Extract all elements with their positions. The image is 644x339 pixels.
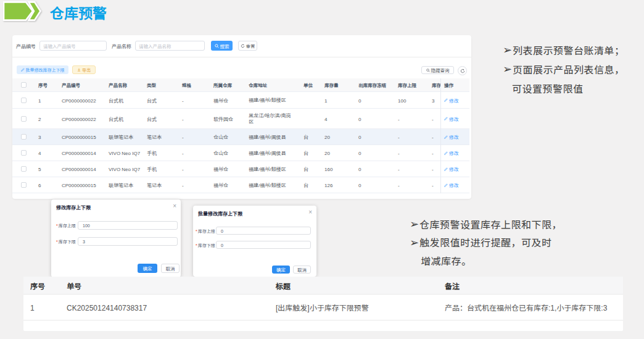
modal-title: 批量修改库存上下限 xyxy=(198,210,242,217)
upper-limit-value: 0 xyxy=(221,228,223,234)
product-code-placeholder: 请输入产品编号 xyxy=(43,43,76,49)
row-checkbox[interactable] xyxy=(21,166,27,172)
edit-link-label: 修改 xyxy=(449,165,458,172)
action-cell: 修改 xyxy=(441,129,469,145)
cell-type: 台式 xyxy=(141,92,176,109)
table-row[interactable]: 6CP0000000015联想笔记本笔记本-福州仓福建/福州/鼓楼区台1260-… xyxy=(12,177,464,193)
col-name: 产品名称 xyxy=(102,78,141,92)
product-code-label: 产品编号 xyxy=(16,43,36,49)
upper-limit-input[interactable]: 0 xyxy=(216,227,311,235)
refresh-button[interactable] xyxy=(458,66,467,75)
confirm-button[interactable]: 确定 xyxy=(138,264,157,273)
select-all-cell xyxy=(12,78,32,92)
edit-link[interactable]: 修改 xyxy=(444,115,458,122)
row-select-cell xyxy=(12,145,32,161)
edit-icon xyxy=(444,183,448,187)
product-name-input[interactable]: 请输入产品名称 xyxy=(135,41,205,51)
page-title: 仓库预警 xyxy=(50,2,107,23)
row-checkbox[interactable] xyxy=(21,150,27,156)
action-cell: 修改 xyxy=(441,177,469,193)
table-header-row: 序号 产品编号 产品名称 类型 规格 所属仓库 仓库地址 单位 库存量 出库库存… xyxy=(12,78,464,92)
search-field-product-name: 产品名称 xyxy=(112,41,131,51)
search-icon xyxy=(426,69,430,72)
edit-link-label: 修改 xyxy=(449,97,458,104)
note-line: ➢ 仓库预警设置库存上限和下限， xyxy=(410,215,562,233)
lower-limit-input[interactable]: 3 xyxy=(78,237,178,246)
cancel-button[interactable]: 取消 xyxy=(161,264,180,273)
hide-query-button[interactable]: 隐藏查询 xyxy=(421,66,454,74)
close-icon[interactable]: × xyxy=(308,209,312,215)
batch-edit-button[interactable]: 批量修改库存上下限 xyxy=(17,65,68,74)
row-checkbox[interactable] xyxy=(21,182,27,188)
col-code: 产品编号 xyxy=(56,78,102,92)
cell-spec: - xyxy=(176,145,207,161)
table-row[interactable]: 4CP0000000014VIVO Neo IQ7手机-仓山仓福建/福州/闽侯县… xyxy=(12,145,464,161)
cell-upper: - xyxy=(392,129,426,145)
col-upper: 库存上限 xyxy=(392,78,426,92)
cell-code: CP0000000022 xyxy=(56,109,102,129)
close-icon[interactable]: × xyxy=(173,203,176,209)
edit-link[interactable]: 修改 xyxy=(444,133,458,140)
col-stock: 库存量 xyxy=(318,78,352,92)
modal-title: 修改库存上下限 xyxy=(56,204,91,211)
col-type: 类型 xyxy=(141,78,176,92)
required-asterisk: * xyxy=(196,242,197,248)
notes-bottom: ➢ 仓库预警设置库存上限和下限， ➢ 触发限值时进行提醒，可及时 增减库存。 xyxy=(410,215,562,270)
row-checkbox[interactable] xyxy=(21,134,27,140)
app-card: 产品编号 请输入产品编号 产品名称 请输入产品名称 搜索 重置 批量修改库存上下… xyxy=(12,35,471,199)
select-all-checkbox[interactable] xyxy=(21,82,27,88)
edit-link-label: 修改 xyxy=(449,149,458,156)
cancel-button[interactable]: 取消 xyxy=(293,266,311,274)
edit-limits-modal: 修改库存上下限 × * 库存上限 100 * 库存下限 3 确定 取消 xyxy=(51,199,181,277)
edit-link[interactable]: 修改 xyxy=(444,165,458,172)
product-name-label: 产品名称 xyxy=(112,43,131,49)
note-text: 页面展示产品列表信息， xyxy=(513,62,625,77)
col-address: 仓库地址 xyxy=(242,78,297,92)
note-line: 增减库存。 xyxy=(410,251,562,270)
table-row[interactable]: 1CP0000000022台式机台式-福州仓福建/福州/鼓楼区101003 xyxy=(12,92,464,109)
lower-limit-input[interactable]: 0 xyxy=(216,241,311,249)
search-field-product-code: 产品编号 xyxy=(16,41,36,51)
export-button[interactable]: 导出 xyxy=(72,65,96,74)
table-row[interactable]: 5CP0000000014VIVO Neo IQ7手机-福州仓福建/福州/鼓楼区… xyxy=(12,161,464,177)
confirm-button[interactable]: 确定 xyxy=(272,266,290,274)
col-no: 序号 xyxy=(23,277,60,294)
note-text: 触发限值时进行提醒，可及时 xyxy=(419,235,552,249)
cell-warehouse: 福州仓 xyxy=(207,92,242,109)
cell-address: 福建/福州/鼓楼区 xyxy=(242,177,297,193)
cell-code: CP0000000015 xyxy=(56,129,102,145)
cell-unit: 台 xyxy=(297,145,318,161)
row-checkbox[interactable] xyxy=(21,98,27,103)
edit-icon xyxy=(21,68,25,72)
cell-type: 台式 xyxy=(141,109,176,129)
upper-limit-input[interactable]: 100 xyxy=(78,221,178,230)
alert-row[interactable]: 1 CK20250124140738317 [出库触发]小于库存下限预警 产品：… xyxy=(23,295,623,320)
cell-warehouse: 福州仓 xyxy=(207,177,242,193)
cell-stock: 20 xyxy=(318,145,352,161)
cell-name: 台式机 xyxy=(102,92,141,109)
col-unit: 单位 xyxy=(297,78,318,92)
cell-no: 3 xyxy=(32,129,56,145)
edit-link-label: 修改 xyxy=(449,182,458,188)
reset-button[interactable]: 重置 xyxy=(238,41,257,51)
arrow-bullet-icon: ➢ xyxy=(410,217,418,230)
alert-order-no: CK20250124140738317 xyxy=(60,295,269,320)
edit-link[interactable]: 修改 xyxy=(444,97,458,104)
cell-address: 福建/福州/闽侯县 xyxy=(242,129,297,145)
edit-link-label: 修改 xyxy=(449,133,458,140)
search-button[interactable]: 搜索 xyxy=(211,41,233,51)
table-row[interactable]: 3CP0000000015联想笔记本笔记本-仓山仓福建/福州/闽侯县台200-- xyxy=(12,129,464,145)
edit-link[interactable]: 修改 xyxy=(444,149,458,156)
row-checkbox[interactable] xyxy=(21,116,27,122)
cell-code: CP0000000014 xyxy=(56,145,102,161)
required-asterisk: * xyxy=(56,238,58,245)
edit-link[interactable]: 修改 xyxy=(444,182,458,188)
cell-type: 手机 xyxy=(141,145,176,161)
table-row[interactable]: 2CP0000000022台式机台式-软件园仓黑龙江/哈尔滨/南岗区40-- xyxy=(12,109,464,129)
cell-stock: 4 xyxy=(318,109,352,129)
product-code-input[interactable]: 请输入产品编号 xyxy=(39,41,107,51)
cell-no: 1 xyxy=(32,92,56,109)
cell-frozen: 0 xyxy=(352,177,392,193)
cell-name: VIVO Neo IQ7 xyxy=(102,145,141,161)
edit-icon xyxy=(444,151,448,155)
